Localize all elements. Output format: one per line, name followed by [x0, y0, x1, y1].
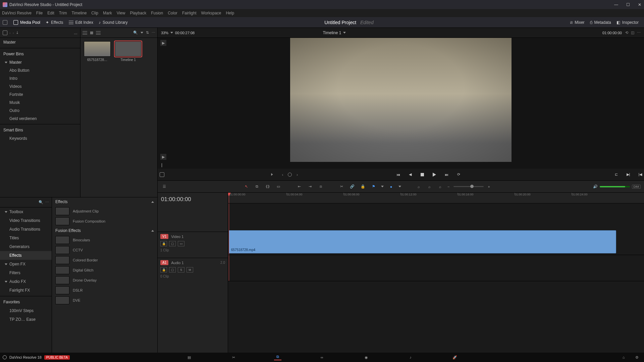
menu-mark[interactable]: Mark	[103, 11, 112, 15]
viewer-more-button[interactable]: ⋯	[637, 31, 641, 35]
fx-group-fusion[interactable]: Fusion Effects	[52, 226, 157, 235]
go-start-button[interactable]: ⏮	[394, 171, 402, 178]
project-settings-button[interactable]: ⚙	[633, 354, 641, 360]
home-button[interactable]: ⌂	[620, 354, 627, 360]
page-edit[interactable]: ⧉	[274, 354, 281, 360]
fx-item[interactable]: DSLR	[52, 285, 157, 295]
fxnav-item[interactable]: Effects	[0, 251, 52, 260]
viewer-mode-button[interactable]	[160, 172, 164, 177]
menu-fairlight[interactable]: Fairlight	[182, 11, 197, 15]
timeline-ruler[interactable]: 01:00:00:00 01:00:04:00 01:00:08:00 01:0…	[228, 193, 644, 203]
replace-button[interactable]: ⧈	[317, 183, 324, 190]
fx-more-button[interactable]: ⋯	[45, 200, 49, 204]
next-edit-button[interactable]: ›	[297, 173, 298, 177]
clip-thumb[interactable]: 657518728…	[84, 41, 111, 62]
timeline-dropdown[interactable]	[343, 32, 346, 34]
audio-track-header[interactable]: A1 Audio 1 2.0 🔒 ▢ S M 0 Clip	[158, 258, 228, 284]
overwrite-button[interactable]: ⇥	[307, 183, 313, 190]
fxnav-item[interactable]: Fairlight FX	[0, 286, 52, 295]
strip-view-button[interactable]	[96, 31, 101, 35]
zoom-in-button[interactable]: +	[488, 185, 490, 189]
video-track-lane[interactable]: 657518728.mp4	[228, 229, 644, 255]
track-enable-button[interactable]: ▢	[169, 241, 176, 246]
fx-item[interactable]: Adjustment Clip	[52, 206, 157, 216]
thumb-view-button[interactable]: ▦	[90, 31, 93, 35]
bin-item[interactable]: Fortnite	[0, 90, 80, 99]
page-cut[interactable]: ✂	[230, 354, 237, 360]
jump-button[interactable]: ▶	[160, 154, 166, 160]
fx-group-effects[interactable]: Effects	[52, 197, 157, 206]
fxnav-item[interactable]: Video Transitions	[0, 216, 52, 225]
tab-metadata[interactable]: ⎙Metadata	[587, 19, 614, 26]
track-area[interactable]: 01:00:00:00 01:00:04:00 01:00:08:00 01:0…	[228, 193, 644, 353]
menu-trim[interactable]: Trim	[59, 11, 67, 15]
bin-item[interactable]: Geld verdienen	[0, 115, 80, 123]
fxnav-item[interactable]: Titles	[0, 234, 52, 242]
zoom-slider[interactable]	[453, 186, 484, 187]
page-deliver[interactable]: 🚀	[451, 354, 459, 360]
flag-button[interactable]: ⚑	[370, 183, 377, 190]
zoom-out-button[interactable]: −	[447, 185, 449, 189]
marker-dropdown[interactable]	[398, 186, 401, 187]
flag-dropdown[interactable]	[381, 186, 384, 187]
page-color[interactable]: ◉	[363, 354, 370, 360]
go-end-button[interactable]: ⏭	[443, 171, 450, 178]
selection-tool[interactable]: ↖	[243, 183, 250, 190]
insert-button[interactable]: ⇤	[296, 183, 303, 190]
menu-fusion[interactable]: Fusion	[151, 11, 163, 15]
marker-button[interactable]: ●	[388, 183, 394, 190]
menu-help[interactable]: Help	[226, 11, 234, 15]
close-button[interactable]: ✕	[638, 2, 641, 7]
tab-media-pool[interactable]: Media Pool	[11, 19, 43, 26]
fx-item[interactable]: DVE	[52, 295, 157, 305]
tab-mixer[interactable]: ⎚Mixer	[568, 19, 587, 26]
menu-color[interactable]: Color	[168, 11, 177, 15]
prev-frame-button[interactable]: ◀	[407, 171, 414, 178]
list-view-button[interactable]	[83, 31, 87, 35]
tab-edit-index[interactable]: Edit Index	[66, 19, 96, 26]
viewer-zoom[interactable]: 33%	[161, 31, 168, 35]
bin-item[interactable]: Intro	[0, 74, 80, 82]
match-frame-button[interactable]: ▶	[160, 40, 166, 46]
menu-timeline[interactable]: Timeline	[71, 11, 87, 15]
link-button[interactable]: 🔗	[349, 183, 356, 190]
tab-effects[interactable]: ✦Effects	[43, 19, 66, 26]
nav-back-button[interactable]: ‹	[9, 31, 11, 35]
fxnav-audiofx[interactable]: Audio FX	[0, 277, 52, 286]
loop-button[interactable]: ⟳	[455, 171, 462, 178]
minimize-button[interactable]: —	[614, 2, 618, 7]
page-media[interactable]: ▤	[185, 354, 193, 360]
video-clip[interactable]: 657518728.mp4	[229, 230, 616, 253]
menu-clip[interactable]: Clip	[91, 11, 98, 15]
menu-edit[interactable]: Edit	[47, 11, 54, 15]
audio-track-lane[interactable]	[228, 255, 644, 281]
audio-track-tag[interactable]: A1	[160, 260, 168, 265]
volume-slider[interactable]	[600, 186, 630, 187]
bin-item[interactable]: Musik	[0, 99, 80, 107]
fx-item[interactable]: Binoculars	[52, 235, 157, 245]
fx-item[interactable]: Colored Border	[52, 255, 157, 265]
stop-button[interactable]	[419, 171, 426, 178]
page-fusion[interactable]: ∞	[318, 354, 326, 360]
sort-button[interactable]	[141, 32, 143, 34]
zoom-fit-button[interactable]: ⌕	[415, 183, 422, 190]
prev-edit-button[interactable]: ‹	[282, 173, 283, 177]
video-track-tag[interactable]: V1	[160, 234, 168, 239]
play-button[interactable]	[431, 171, 438, 178]
viewer[interactable]: ▶ ▶	[158, 38, 644, 162]
track-thumb-button[interactable]: ▭	[178, 241, 184, 246]
master-bin[interactable]: Master	[0, 38, 80, 47]
zoom-dropdown[interactable]	[170, 32, 173, 34]
blade-edit-button[interactable]: ✂	[338, 183, 345, 190]
audio-mute-button[interactable]: M	[186, 267, 193, 273]
audio-lock-button[interactable]: 🔒	[160, 267, 167, 273]
fxnav-item[interactable]: Generators	[0, 242, 52, 251]
fx-item[interactable]: Fusion Composition	[52, 216, 157, 226]
fx-search-button[interactable]: 🔍	[39, 200, 43, 204]
smart-bin-keywords[interactable]: Keywords	[0, 134, 80, 142]
filter-button[interactable]: ⇅	[146, 31, 149, 35]
page-fairlight[interactable]: ♪	[407, 354, 414, 360]
fx-item[interactable]: Digital Glitch	[52, 265, 157, 275]
custom-zoom-button[interactable]: ⌕	[437, 183, 443, 190]
track-lock-button[interactable]: 🔒	[160, 241, 167, 246]
